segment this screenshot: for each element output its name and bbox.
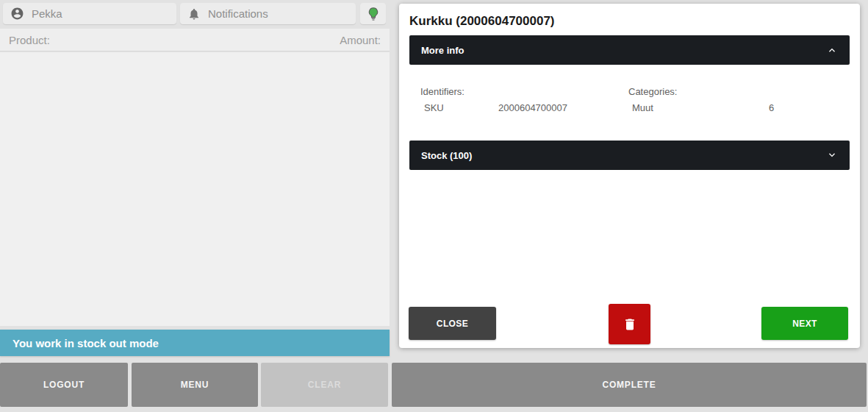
status-banner: You work in stock out mode: [0, 330, 390, 356]
stock-section-header[interactable]: Stock (100): [409, 141, 850, 170]
pos-screen: Pekka Notifications Product: Amount: You…: [0, 0, 868, 412]
lightbulb-icon: [366, 7, 381, 21]
clear-button[interactable]: CLEAR: [261, 363, 388, 407]
category-name: Muut: [632, 102, 653, 113]
category-value: 6: [769, 102, 774, 113]
lightbulb-button[interactable]: [360, 3, 386, 24]
identifier-value: 2000604700007: [498, 102, 567, 113]
notifications-button[interactable]: Notifications: [180, 3, 356, 24]
next-button[interactable]: NEXT: [761, 307, 848, 340]
identifiers-label: Identifiers:: [420, 86, 465, 97]
product-list-header: Product: Amount:: [0, 29, 390, 52]
more-info-section-header[interactable]: More info: [409, 35, 850, 65]
categories-label: Categories:: [628, 86, 677, 97]
complete-button[interactable]: COMPLETE: [392, 363, 867, 407]
product-list: [0, 52, 390, 326]
chevron-down-icon: [826, 149, 838, 161]
delete-button[interactable]: [609, 304, 650, 344]
trash-icon: [623, 317, 637, 332]
user-button[interactable]: Pekka: [3, 3, 176, 24]
product-column-label: Product:: [9, 34, 50, 46]
notifications-label: Notifications: [208, 7, 268, 20]
product-modal: Kurkku (2000604700007) More info Identif…: [399, 4, 860, 348]
menu-button[interactable]: MENU: [132, 363, 258, 407]
close-button[interactable]: CLOSE: [409, 307, 496, 340]
bell-icon: [187, 7, 201, 21]
amount-column-label: Amount:: [340, 34, 381, 46]
user-label: Pekka: [32, 7, 62, 20]
status-banner-text: You work in stock out mode: [12, 337, 159, 349]
modal-title: Kurkku (2000604700007): [409, 14, 555, 29]
user-icon: [10, 7, 24, 21]
chevron-up-icon: [826, 44, 838, 56]
logout-button[interactable]: LOGOUT: [0, 363, 128, 407]
more-info-label: More info: [421, 45, 465, 56]
identifier-key: SKU: [424, 102, 444, 113]
stock-label: Stock (100): [421, 150, 472, 161]
